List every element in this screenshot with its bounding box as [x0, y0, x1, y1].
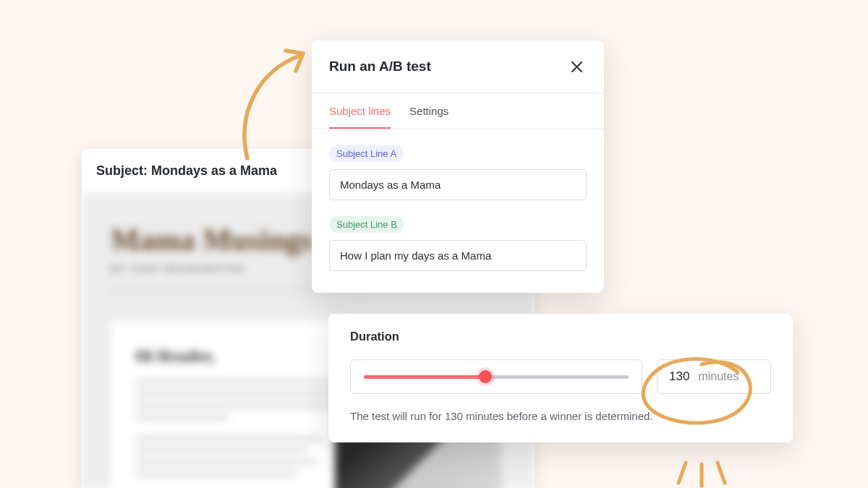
modal-header: Run an A/B test — [312, 40, 604, 93]
text-placeholder — [135, 460, 317, 464]
duration-unit: minutes — [698, 370, 739, 383]
field-subject-b: Subject Line B — [329, 216, 587, 271]
field-subject-a: Subject Line A — [329, 145, 587, 200]
slider-fill — [364, 375, 485, 379]
text-placeholder — [135, 471, 298, 476]
modal-title: Run an A/B test — [329, 59, 431, 74]
badge-subject-a: Subject Line A — [329, 145, 404, 162]
annotation-arrow-icon — [229, 39, 323, 162]
duration-controls: 130 minutes — [350, 359, 771, 394]
email-subject-value: Mondays as a Mama — [151, 163, 277, 178]
tab-subject-lines[interactable]: Subject lines — [329, 93, 391, 129]
duration-title: Duration — [350, 330, 771, 343]
duration-slider[interactable] — [350, 359, 642, 394]
close-button[interactable] — [566, 56, 587, 77]
duration-panel: Duration 130 minutes The test will run f… — [328, 314, 793, 442]
close-icon — [571, 61, 582, 72]
duration-number-box[interactable]: 130 minutes — [657, 359, 771, 394]
duration-value: 130 — [669, 369, 689, 384]
slider-thumb[interactable] — [479, 370, 492, 383]
ab-test-modal: Run an A/B test Subject lines Settings S… — [312, 40, 604, 293]
annotation-rays-icon — [673, 460, 731, 488]
text-placeholder — [135, 448, 307, 453]
input-subject-b[interactable] — [329, 240, 587, 271]
badge-subject-b: Subject Line B — [329, 216, 404, 233]
input-subject-a[interactable] — [329, 169, 587, 200]
modal-tabs: Subject lines Settings — [312, 93, 604, 129]
duration-help-text: The test will run for 130 minutes before… — [350, 410, 771, 422]
tab-settings[interactable]: Settings — [409, 93, 448, 129]
email-subject-label: Subject: — [96, 163, 151, 178]
text-placeholder — [135, 437, 323, 441]
modal-body: Subject Line A Subject Line B — [312, 129, 604, 293]
text-placeholder — [135, 415, 229, 419]
slider-track — [364, 375, 629, 379]
email-subject-line: Subject: Mondays as a Mama — [96, 163, 277, 179]
